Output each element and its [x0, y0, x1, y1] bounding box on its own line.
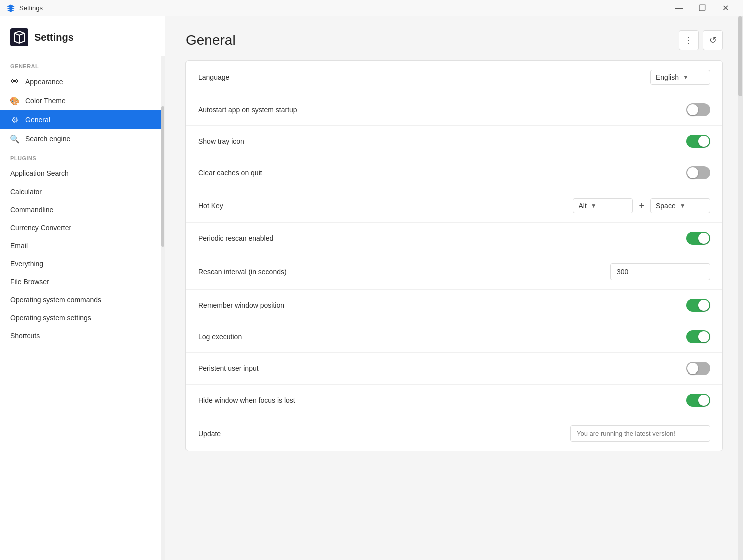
close-button[interactable]: ✕ — [714, 0, 737, 16]
clear-caches-toggle[interactable] — [686, 166, 710, 179]
hotkey-plus-sign: + — [637, 201, 646, 211]
autostart-toggle-thumb — [687, 104, 698, 115]
hide-window-toggle[interactable] — [686, 394, 710, 407]
clear-caches-toggle-thumb — [687, 167, 698, 178]
sidebar-item-os-commands[interactable]: Operating system commands — [0, 291, 165, 309]
sidebar-item-label-file-browser: File Browser — [10, 278, 49, 286]
setting-hotkey: Hot Key Alt ▼ + Space ▼ — [186, 189, 722, 223]
hotkey-modifier-value: Alt — [578, 202, 586, 210]
main-scrollbar-thumb[interactable] — [738, 16, 742, 96]
main-scrollbar[interactable] — [738, 16, 743, 560]
sidebar-item-general[interactable]: ⚙ General — [0, 110, 165, 129]
remember-position-label: Remember window position — [198, 301, 686, 309]
sidebar-item-shortcuts[interactable]: Shortcuts — [0, 327, 165, 345]
setting-autostart: Autostart app on system startup — [186, 94, 722, 126]
sidebar-item-label-search-engine: Search engine — [25, 135, 70, 143]
title-bar-left: Settings — [6, 4, 43, 13]
main-scroll[interactable]: Language English ▼ Autostart app on syst… — [165, 60, 743, 560]
language-select[interactable]: English ▼ — [650, 70, 710, 85]
sidebar-scrollbar-thumb[interactable] — [161, 106, 164, 247]
setting-log-execution: Log execution — [186, 321, 722, 353]
sidebar-item-label-appearance: Appearance — [25, 78, 63, 86]
app-body: Settings GENERAL 👁 Appearance 🎨 Color Th… — [0, 16, 743, 560]
hotkey-label: Hot Key — [198, 202, 573, 210]
reset-icon: ↺ — [709, 35, 717, 46]
remember-position-toggle[interactable] — [686, 299, 710, 312]
autostart-toggle[interactable] — [686, 103, 710, 116]
sidebar-scrollbar[interactable] — [161, 56, 165, 560]
setting-periodic-rescan: Periodic rescan enabled — [186, 223, 722, 254]
language-label: Language — [198, 73, 650, 81]
persistent-input-toggle-thumb — [687, 363, 698, 374]
update-label: Update — [198, 430, 570, 438]
sidebar-item-label-calculator: Calculator — [10, 188, 42, 196]
sidebar-item-label-os-commands: Operating system commands — [10, 296, 101, 304]
reset-button[interactable]: ↺ — [703, 30, 723, 50]
sidebar-item-calculator[interactable]: Calculator — [0, 182, 165, 201]
setting-remember-position: Remember window position — [186, 290, 722, 321]
update-input[interactable] — [570, 425, 710, 442]
sidebar-app-title: Settings — [34, 32, 74, 43]
setting-update: Update — [186, 416, 722, 451]
setting-language: Language English ▼ — [186, 61, 722, 94]
window-controls: — ❐ ✕ — [668, 0, 737, 16]
setting-hide-window: Hide window when focus is lost — [186, 385, 722, 416]
sidebar-item-label-app-search: Application Search — [10, 169, 69, 177]
sidebar-item-label-os-settings: Operating system settings — [10, 314, 91, 322]
remember-position-toggle-thumb — [698, 300, 709, 311]
show-tray-toggle[interactable] — [686, 135, 710, 148]
main-actions: ⋮ ↺ — [679, 30, 723, 50]
section-label-plugins: PLUGINS — [0, 148, 165, 164]
rescan-interval-input[interactable] — [610, 263, 710, 280]
hotkey-modifier-select[interactable]: Alt ▼ — [573, 198, 633, 213]
sidebar-item-label-shortcuts: Shortcuts — [10, 332, 40, 340]
main-content: General ⋮ ↺ Language English ▼ — [165, 16, 743, 560]
periodic-rescan-label: Periodic rescan enabled — [198, 234, 686, 242]
hotkey-modifier-arrow: ▼ — [591, 202, 597, 209]
sidebar-item-os-settings[interactable]: Operating system settings — [0, 309, 165, 327]
color-theme-icon: 🎨 — [10, 96, 19, 105]
language-value: English — [656, 73, 679, 81]
sidebar: Settings GENERAL 👁 Appearance 🎨 Color Th… — [0, 16, 165, 560]
more-options-button[interactable]: ⋮ — [679, 30, 699, 50]
settings-card: Language English ▼ Autostart app on syst… — [185, 60, 723, 451]
hotkey-key-select[interactable]: Space ▼ — [650, 198, 710, 213]
sidebar-item-everything[interactable]: Everything — [0, 255, 165, 273]
setting-clear-caches: Clear caches on quit — [186, 157, 722, 189]
main-header: General ⋮ ↺ — [165, 16, 743, 60]
appearance-icon: 👁 — [10, 77, 19, 86]
app-icon — [6, 4, 15, 13]
sidebar-item-commandline[interactable]: Commandline — [0, 201, 165, 219]
title-bar: Settings — ❐ ✕ — [0, 0, 743, 16]
rescan-interval-label: Rescan interval (in seconds) — [198, 268, 610, 276]
hotkey-key-value: Space — [656, 202, 676, 210]
search-engine-icon: 🔍 — [10, 134, 19, 143]
sidebar-item-label-currency-converter: Currency Converter — [10, 224, 71, 232]
minimize-button[interactable]: — — [668, 0, 691, 16]
sidebar-item-color-theme[interactable]: 🎨 Color Theme — [0, 91, 165, 110]
sidebar-item-label-commandline: Commandline — [10, 206, 53, 214]
periodic-rescan-toggle[interactable] — [686, 232, 710, 245]
log-execution-toggle-thumb — [698, 331, 709, 342]
sidebar-item-application-search[interactable]: Application Search — [0, 164, 165, 182]
maximize-button[interactable]: ❐ — [691, 0, 714, 16]
sidebar-item-file-browser[interactable]: File Browser — [0, 273, 165, 291]
sidebar-item-search-engine[interactable]: 🔍 Search engine — [0, 129, 165, 148]
page-title: General — [185, 32, 236, 48]
sidebar-item-email[interactable]: Email — [0, 237, 165, 255]
more-options-icon: ⋮ — [684, 35, 693, 46]
sidebar-scroll[interactable]: GENERAL 👁 Appearance 🎨 Color Theme ⚙ Gen… — [0, 56, 165, 560]
persistent-input-toggle[interactable] — [686, 362, 710, 375]
sidebar-item-currency-converter[interactable]: Currency Converter — [0, 219, 165, 237]
persistent-input-label: Peristent user input — [198, 364, 686, 372]
log-execution-toggle[interactable] — [686, 330, 710, 343]
language-control: English ▼ — [650, 70, 710, 85]
language-select-arrow: ▼ — [683, 74, 689, 81]
sidebar-logo — [10, 28, 28, 46]
sidebar-item-appearance[interactable]: 👁 Appearance — [0, 72, 165, 91]
clear-caches-label: Clear caches on quit — [198, 169, 686, 177]
general-icon: ⚙ — [10, 115, 19, 124]
sidebar-item-label-general: General — [25, 116, 50, 124]
sidebar-item-label-email: Email — [10, 242, 28, 250]
hide-window-toggle-thumb — [698, 395, 709, 406]
